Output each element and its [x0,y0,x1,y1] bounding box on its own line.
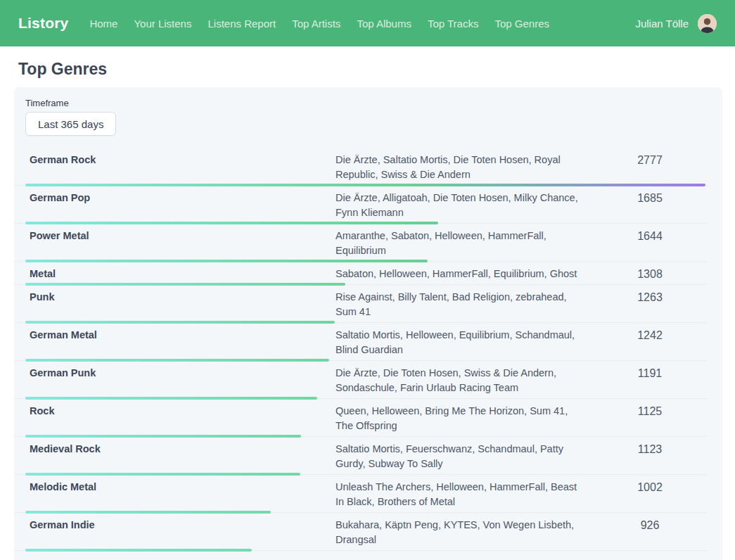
nav-item-your-listens[interactable]: Your Listens [134,18,191,30]
timeframe-label: Timeframe [25,98,722,109]
user-menu[interactable]: Julian Tölle [635,14,717,33]
genre-listen-count: 1644 [592,229,708,243]
genre-top-artists: Amaranthe, Sabaton, Helloween, HammerFal… [335,229,592,258]
genre-top-artists: Rise Against, Billy Talent, Bad Religion… [335,290,592,319]
genre-name: German Indie [14,518,335,533]
timeframe-select[interactable]: Last 365 days [25,112,116,136]
genre-listen-count: 1123 [592,442,708,457]
page-title: Top Genres [0,60,735,79]
nav-item-top-albums[interactable]: Top Albums [357,18,411,30]
genre-listen-count: 1263 [592,290,708,305]
genre-name: Medieval Rock [14,442,335,457]
genre-top-artists: Die Ärzte, Die Toten Hosen, Swiss & Die … [335,366,592,395]
genre-name: German Pop [14,191,335,205]
genre-bar [25,549,252,552]
genre-top-artists: Die Ärzte, Saltatio Mortis, Die Toten Ho… [335,153,592,182]
genre-name: German Punk [14,366,335,381]
user-name: Julian Tölle [635,18,689,30]
genre-top-artists: Saltatio Mortis, Helloween, Equilibrium,… [335,328,592,357]
genre-name: Punk [14,290,335,305]
genre-row: German RockDie Ärzte, Saltatio Mortis, D… [14,148,708,186]
genre-top-artists: Unleash The Archers, Helloween, HammerFa… [335,480,592,509]
nav-item-listens-report[interactable]: Listens Report [207,18,276,30]
genre-name: German Metal [14,328,335,343]
timeframe-filter: Timeframe Last 365 days [14,98,722,136]
genre-row: MetalSabaton, Helloween, HammerFall, Equ… [14,262,708,285]
genre-listen-count: 1685 [592,191,708,205]
genre-row: PunkRise Against, Billy Talent, Bad Reli… [14,285,708,323]
top-navbar: Listory HomeYour ListensListens ReportTo… [0,0,735,46]
genre-table: German RockDie Ärzte, Saltatio Mortis, D… [14,148,722,551]
genre-top-artists: Die Ärzte, Alligatoah, Die Toten Hosen, … [335,191,592,220]
nav-links: HomeYour ListensListens ReportTop Artist… [89,18,635,30]
app-logo[interactable]: Listory [18,15,68,32]
nav-item-top-genres[interactable]: Top Genres [494,18,549,30]
genre-name: German Rock [14,153,335,167]
genre-top-artists: Saltatio Mortis, Feuerschwanz, Schandmau… [335,442,592,471]
genre-bar-track [25,549,705,552]
genre-name: Power Metal [14,229,335,243]
genre-listen-count: 1002 [592,480,708,495]
genre-row: German MetalSaltatio Mortis, Helloween, … [14,323,708,361]
genre-row: Medieval RockSaltatio Mortis, Feuerschwa… [14,437,708,475]
genre-top-artists: Sabaton, Helloween, HammerFall, Equilibr… [335,267,592,281]
genre-listen-count: 1125 [592,404,708,419]
genre-row: German IndieBukahara, Käptn Peng, KYTES,… [14,513,708,551]
genre-listen-count: 926 [592,518,708,533]
genre-top-artists: Queen, Helloween, Bring Me The Horizon, … [335,404,592,433]
user-avatar[interactable] [698,14,717,33]
genre-top-artists: Bukahara, Käptn Peng, KYTES, Von Wegen L… [335,518,592,547]
genre-name: Rock [14,404,335,419]
nav-item-top-tracks[interactable]: Top Tracks [428,18,479,30]
genre-row: Melodic MetalUnleash The Archers, Hellow… [14,475,708,513]
genre-listen-count: 1242 [592,328,708,343]
nav-item-home[interactable]: Home [89,18,117,30]
top-genres-card: Timeframe Last 365 days German RockDie Ä… [14,87,722,560]
nav-item-top-artists[interactable]: Top Artists [292,18,340,30]
genre-row: German PunkDie Ärzte, Die Toten Hosen, S… [14,361,708,399]
genre-row: German PopDie Ärzte, Alligatoah, Die Tot… [14,186,708,224]
genre-name: Metal [14,267,335,281]
avatar-photo [698,14,717,33]
genre-row: Power MetalAmaranthe, Sabaton, Helloween… [14,224,708,262]
genre-name: Melodic Metal [14,480,335,495]
genre-listen-count: 1308 [592,267,708,281]
genre-listen-count: 2777 [592,153,708,167]
genre-listen-count: 1191 [592,366,708,381]
genre-row: RockQueen, Helloween, Bring Me The Horiz… [14,399,708,437]
